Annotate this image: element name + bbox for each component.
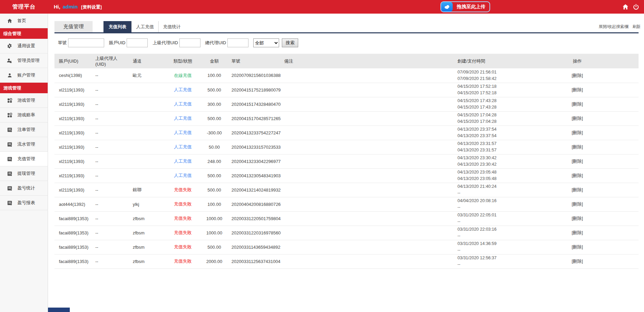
grid-icon [7,112,12,118]
delete-link[interactable]: [刪除] [571,244,583,249]
sidebar-item-label: 首页 [17,18,26,24]
table-row: facai889(1353)--zfbsm充值失敗1000.0020200331… [54,211,639,226]
status-badge: 人工充值 [174,144,192,149]
delete-link[interactable]: [刪除] [571,116,583,121]
sidebar-item[interactable]: 游戏赔率 [0,108,48,122]
order-no-field: 單號 [58,38,104,47]
cell-type-status: 人工充值 [166,126,200,140]
sidebar-item[interactable]: 注单管理 [0,122,48,137]
table-row: facai889(1353)--zfbsm充值失敗500.00202003311… [54,240,639,254]
cell-created-paid-time: 04/15/2020 17:04:2804/15/2020 17:04:28 [455,111,516,126]
general-agent-uid-label: 總代理UID [205,40,226,46]
created-time: 03/31/2020 12:56:37 [457,255,513,261]
cell-parent-agent: -- [93,97,130,111]
delete-link[interactable]: [刪除] [571,216,583,221]
cell-account: facai889(1353) [54,211,93,226]
delete-link[interactable]: [刪除] [571,101,583,106]
delete-link[interactable]: [刪除] [571,87,583,92]
type-filter-select[interactable]: 全部 [253,38,279,47]
delete-link[interactable]: [刪除] [571,259,583,264]
paid-time: 04/13/2020 23:05:48 [457,176,513,182]
cell-channel: zfbsm [130,211,166,226]
paid-time: 04/15/2020 17:43:28 [457,104,513,111]
delete-link[interactable]: [刪除] [571,159,583,164]
refresh-link[interactable]: 刷新 [632,24,641,30]
created-time: 04/13/2020 21:40:24 [457,183,513,190]
cell-created-paid-time: 04/13/2020 23:30:4204/13/2020 23:30:42 [455,154,516,168]
cell-channel [130,111,166,126]
cell-amount: 100.00 [200,68,229,83]
sidebar-item[interactable]: 通用设置 [0,39,48,53]
cell-order-no: 20200415174328480470 [229,97,281,111]
home-icon[interactable] [622,4,629,10]
account-uid-input[interactable] [127,38,148,47]
delete-link[interactable]: [刪除] [571,73,583,78]
sidebar-item[interactable]: 盈亏统计 [0,181,48,196]
paid-time: 04/13/2020 23:30:42 [457,161,513,168]
cell-order-no: 20200331125637431004 [229,254,281,268]
tab-recharge-stats[interactable]: 充值统计 [158,21,185,32]
delete-link[interactable]: [刪除] [571,230,583,235]
tab-recharge-list[interactable]: 充值列表 [103,21,131,32]
sidebar: 首页综合管理通用设置管理员管理账户管理游戏管理游戏管理游戏赔率注单管理流水管理充… [0,14,48,312]
cell-remark [281,197,455,211]
cell-account: xl2119(1393) [54,154,93,168]
cell-created-paid-time: 04/13/2020 23:05:4804/13/2020 23:05:48 [455,168,516,183]
profile-settings-link[interactable]: [资料设置] [81,4,102,10]
general-agent-uid-input[interactable] [227,38,248,47]
cell-action: [刪除] [516,97,639,111]
page-title: 充值管理 [54,21,93,32]
cell-remark [281,240,455,254]
list-icon [7,127,12,132]
sidebar-item[interactable]: 管理员管理 [0,53,48,68]
cell-amount: 300.00 [200,97,229,111]
cell-action: [刪除] [516,111,639,126]
delete-link[interactable]: [刪除] [571,201,583,207]
upload-button-label: 拖拽至此上传 [453,4,489,10]
cell-created-paid-time: 04/04/2020 20:08:16-- [455,197,516,211]
cell-type-status: 人工充值 [166,168,200,183]
delete-link[interactable]: [刪除] [571,173,583,178]
sidebar-item[interactable]: 账户管理 [0,68,48,83]
cell-remark [281,254,455,268]
drag-upload-button[interactable]: 拖拽至此上传 [440,1,490,12]
sidebar-item[interactable]: 盈亏报表 [0,196,48,210]
tab-manual-recharge[interactable]: 人工充值 [131,21,158,32]
cell-remark [281,168,455,183]
power-icon[interactable] [633,4,639,10]
delete-link[interactable]: [刪除] [571,144,583,149]
delete-link[interactable]: [刪除] [571,130,583,135]
sidebar-item[interactable]: 流水管理 [0,137,48,152]
created-time: 03/31/2020 22:05:01 [457,212,513,218]
table-row: aot444(1392)--ylkj充值失敗100.00202004042008… [54,197,639,211]
search-button[interactable]: 搜索 [282,38,298,47]
created-time: 07/09/2020 21:56:01 [457,69,513,76]
cell-type-status: 充值失敗 [166,254,200,268]
order-no-input[interactable] [68,38,104,47]
sidebar-item-label: 游戏赔率 [17,112,35,118]
cell-created-paid-time: 03/31/2020 22:05:01-- [455,211,516,226]
status-badge: 充值失敗 [174,201,192,207]
cell-account: xl2119(1393) [54,140,93,154]
cell-parent-agent: -- [93,154,130,168]
sidebar-item[interactable]: 提现管理 [0,166,48,181]
cell-account: xl2119(1393) [54,111,93,126]
parent-agent-uid-input[interactable] [179,38,200,47]
cell-account: xl2119(1393) [54,183,93,197]
delete-link[interactable]: [刪除] [571,187,583,192]
sidebar-item[interactable]: 游戏管理 [0,93,48,108]
sidebar-section-header: 游戏管理 [0,83,48,93]
sidebar-item[interactable]: 首页 [0,14,48,28]
status-badge: 在線充值 [174,73,192,78]
cell-action: [刪除] [516,154,639,168]
cell-action: [刪除] [516,68,639,83]
cell-amount: 500.00 [200,83,229,97]
cell-channel [130,83,166,97]
cell-type-status: 人工充值 [166,154,200,168]
table-row: facai889(1353)--zfbsm充值失敗2000.0020200331… [54,254,639,268]
paid-time: 04/15/2020 17:52:18 [457,90,513,96]
sidebar-item[interactable]: 充值管理 [0,152,48,166]
cell-amount: 2000.00 [200,254,229,268]
cell-order-no: 20200709215601036388 [229,68,281,83]
toggle-search-link[interactable]: 展開/收起搜索欄 [599,24,628,30]
